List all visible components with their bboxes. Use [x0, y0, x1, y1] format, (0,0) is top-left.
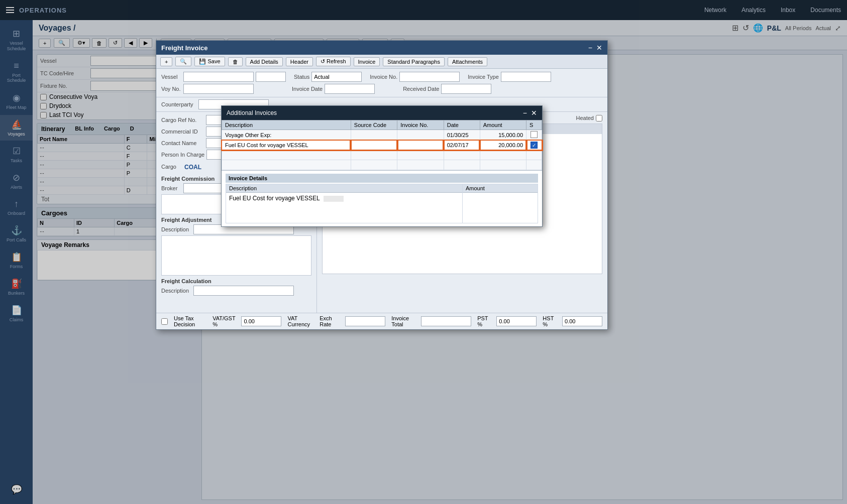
- s-cell[interactable]: ✓: [526, 141, 542, 150]
- fi-invoice-btn[interactable]: Invoice: [354, 57, 380, 66]
- date-col-header: Date: [444, 120, 480, 130]
- fi-heated-label: Heated: [576, 115, 594, 121]
- fi-received-date-input[interactable]: [441, 84, 491, 94]
- fi-person-in-charge-label: Person In Charge: [161, 152, 204, 158]
- fi-freight-commission-label: Freight Commission: [161, 176, 215, 182]
- fi-hst-label: HST %: [543, 315, 556, 327]
- fi-vessel-input[interactable]: [183, 72, 254, 82]
- fi-invoice-date-label: Invoice Date: [292, 86, 323, 92]
- s-checkbox-unchecked[interactable]: [531, 131, 538, 138]
- fi-add-details-btn[interactable]: Add Details: [246, 57, 283, 66]
- fi-broker-label: Broker: [161, 185, 181, 191]
- freight-invoice-controls: − ✕: [588, 44, 602, 52]
- date-cell: 01/30/25: [444, 130, 480, 141]
- fi-cargo-value-row: COAL: [184, 164, 201, 171]
- fi-use-tax-decision-label: Use Tax Decision: [174, 315, 206, 327]
- fi-vat-currency-label: VAT Currency: [287, 315, 313, 327]
- invoice-no-cell: [397, 130, 444, 141]
- fi-form-section: Vessel Status Invoice No. Invoice Type: [156, 69, 607, 97]
- fi-freight-calc-section: Freight Calculation Description: [161, 278, 311, 296]
- invoice-no-cell: [397, 150, 444, 160]
- invoice-no-cell: [397, 160, 444, 170]
- fi-use-tax-decision-checkbox[interactable]: [161, 318, 168, 325]
- invoice-details-header: Invoice Details: [226, 174, 538, 183]
- fi-calc-desc-label: Description: [161, 288, 191, 294]
- freight-invoice-title: Freight Invoice: [161, 44, 207, 52]
- fi-invoice-type-input[interactable]: [501, 72, 551, 82]
- fi-search-btn[interactable]: 🔍: [175, 57, 191, 66]
- freight-invoice-minimize[interactable]: −: [588, 44, 592, 52]
- fi-hst-input[interactable]: [562, 316, 602, 326]
- fi-standard-paragraphs-btn[interactable]: Standard Paragraphs: [383, 57, 445, 66]
- fi-refresh-btn[interactable]: ↺ Refresh: [316, 57, 351, 66]
- fi-vessel-code-input[interactable]: [256, 72, 286, 82]
- inv-desc-content: Fuel EU Cost for voyage VESSEL: [226, 193, 462, 223]
- fi-invoice-no-input[interactable]: [399, 72, 460, 82]
- fi-freight-calc-label: Freight Calculation: [161, 278, 211, 284]
- fi-calc-desc-row: Description: [161, 286, 311, 296]
- s-cell[interactable]: [526, 130, 542, 141]
- fi-invoice-date-input[interactable]: [325, 84, 375, 94]
- source-code-cell: [351, 160, 397, 170]
- fi-counterparty-label: Counterparty: [161, 101, 196, 107]
- fi-pst-label: PST %: [477, 315, 490, 327]
- fi-header-btn[interactable]: Header: [286, 57, 313, 66]
- fi-bottom-bar: Use Tax Decision VAT/GST % VAT Currency …: [156, 313, 607, 329]
- source-code-cell: [351, 141, 397, 150]
- additional-invoices-titlebar: Additional Invoices − ✕: [222, 106, 542, 120]
- source-code-col-header: Source Code: [351, 120, 397, 130]
- fi-vat-gst-input[interactable]: [241, 316, 281, 326]
- table-row: [222, 160, 542, 170]
- fi-voy-no-label: Voy No.: [161, 86, 181, 92]
- fi-invoice-date-field: Invoice Date: [292, 84, 375, 94]
- fi-pst-input[interactable]: [496, 316, 537, 326]
- fi-calc-desc-input[interactable]: [193, 286, 294, 296]
- fi-vessel-label: Vessel: [161, 74, 181, 80]
- fi-cargo-label: Cargo: [161, 164, 181, 170]
- freight-invoice-close[interactable]: ✕: [596, 44, 602, 52]
- s-cell: [526, 150, 542, 160]
- invoice-details-columns: Description Fuel EU Cost for voyage VESS…: [226, 184, 538, 223]
- amount-cell: 15,000.00: [480, 130, 526, 141]
- fi-cargo-value: COAL: [184, 164, 201, 171]
- fi-voy-no-input[interactable]: [183, 84, 254, 94]
- inv-desc-col-header: Description: [226, 184, 462, 193]
- fi-attachments-btn[interactable]: Attachments: [448, 57, 487, 66]
- fi-cargo-section-right: COAL: [184, 164, 201, 172]
- table-row[interactable]: Voyage Other Exp: 01/30/25 15,000.00: [222, 130, 542, 141]
- freight-invoice-titlebar: Freight Invoice − ✕: [156, 41, 607, 55]
- additional-invoices-minimize[interactable]: −: [523, 109, 527, 117]
- additional-invoices-controls: − ✕: [523, 109, 537, 117]
- date-cell: 02/07/17: [444, 141, 480, 150]
- invoice-no-cell: [397, 141, 444, 150]
- desc-cell: Voyage Other Exp:: [222, 130, 351, 141]
- inv-detail-tag: [324, 196, 344, 202]
- s-checkbox-checked[interactable]: ✓: [531, 142, 538, 149]
- additional-invoices-body: Description Source Code Invoice No. Date…: [222, 120, 542, 226]
- desc-cell: [222, 150, 351, 160]
- fi-status-label: Status: [294, 74, 309, 80]
- fi-exch-rate-input[interactable]: [345, 316, 385, 326]
- fi-invoice-no-field: Invoice No.: [370, 72, 460, 82]
- invoice-no-col-header: Invoice No.: [397, 120, 444, 130]
- fi-status-input[interactable]: [311, 72, 362, 82]
- fi-heated-checkbox[interactable]: [596, 115, 602, 121]
- fi-save-btn[interactable]: 💾 Save: [194, 57, 225, 66]
- fi-row-1: Vessel Status Invoice No. Invoice Type: [161, 72, 602, 82]
- table-row[interactable]: Fuel EU Cost for voyage VESSEL 02/07/17 …: [222, 141, 542, 150]
- s-col-header: S: [526, 120, 542, 130]
- inv-detail-row-text: Fuel EU Cost for voyage VESSEL: [229, 195, 320, 202]
- desc-cell: Fuel EU Cost for voyage VESSEL: [222, 141, 351, 150]
- fi-add-btn[interactable]: +: [160, 57, 172, 66]
- fi-delete-btn[interactable]: 🗑: [228, 57, 243, 66]
- source-code-cell: [351, 130, 397, 141]
- fi-vat-gst-label: VAT/GST %: [213, 315, 235, 327]
- fi-invoice-total-input[interactable]: [421, 316, 471, 326]
- date-cell: [444, 150, 480, 160]
- fi-contact-name-label: Contact Name: [161, 140, 204, 146]
- desc-col-header: Description: [222, 120, 351, 130]
- amount-cell: 20,000.00: [480, 141, 526, 150]
- fi-received-date-field: Received Date: [403, 84, 491, 94]
- additional-invoices-close[interactable]: ✕: [531, 109, 537, 117]
- inv-amount-col: Amount: [462, 184, 538, 223]
